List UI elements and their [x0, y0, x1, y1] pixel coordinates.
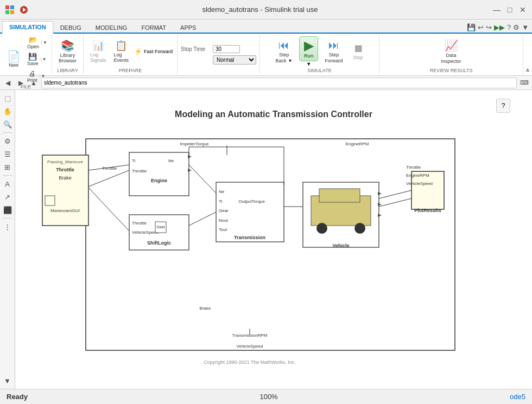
maximize-btn[interactable]: □	[505, 5, 515, 15]
svg-text:VehicleSpeed: VehicleSpeed	[406, 181, 433, 186]
data-inspector-btn[interactable]: 📈 Data Inspector	[438, 37, 465, 66]
ribbon-tabs: SIMULATION DEBUG MODELING FORMAT APPS 💾 …	[0, 20, 532, 34]
svg-text:Throttle: Throttle	[132, 221, 147, 226]
save-split-btn[interactable]: 💾 Save ▼	[25, 52, 48, 67]
svg-text:ManeuvarsGUI: ManeuvarsGUI	[50, 208, 80, 213]
window-controls: — □ ✕	[492, 5, 528, 15]
tab-simulation[interactable]: SIMULATION	[2, 21, 53, 34]
save-btn[interactable]: 💾 Save	[25, 52, 41, 67]
svg-rect-2	[5, 10, 9, 14]
keyboard-icon[interactable]: ⌨	[519, 78, 530, 88]
log-signals-btn[interactable]: 📊 LogSignals	[87, 38, 110, 65]
settings-icon[interactable]: ⚙	[513, 23, 520, 31]
file-group-items: 📄 New 📂 Open ▼ 💾 Save ▼	[3, 35, 48, 84]
stoptime-row: Stop Time	[181, 45, 256, 53]
signal-btn[interactable]: ↗	[2, 191, 14, 203]
breadcrumb: sldemo_autotrans	[41, 78, 517, 88]
svg-text:Engine: Engine	[151, 178, 167, 183]
save-icon: 💾	[28, 53, 37, 61]
open-btn[interactable]: 📂 Open	[25, 35, 41, 50]
new-button[interactable]: 📄 New	[3, 49, 24, 69]
svg-marker-58	[188, 169, 192, 172]
simulate-group: ⏮ Step Back ▼ ▶ Run ▼ ⏭ Step Forward	[260, 35, 379, 74]
svg-text:Gear: Gear	[219, 208, 229, 213]
svg-text:PlotResults: PlotResults	[414, 208, 441, 213]
open-dropdown[interactable]: ▼	[41, 40, 48, 45]
save-quick-icon[interactable]: 💾	[467, 23, 476, 31]
maneuvers-block[interactable]	[42, 155, 88, 226]
run-btn[interactable]: ▶ Run	[299, 36, 319, 61]
subsys-btn[interactable]: ⬛	[2, 204, 14, 216]
ribbon-expand[interactable]: ▲	[523, 35, 532, 74]
select-tool-btn[interactable]: ⬚	[2, 92, 14, 104]
fast-forward-btn[interactable]: ⚡ Fast Forward	[133, 47, 174, 56]
svg-text:Gear: Gear	[156, 225, 165, 229]
svg-text:Brake: Brake	[200, 306, 211, 311]
svg-marker-57	[188, 155, 192, 158]
run-dropdown[interactable]: ▼	[306, 61, 311, 67]
review-results-group: 📈 Data Inspector REVIEW RESULTS	[379, 35, 523, 74]
stop-btn[interactable]: ⏹ Stop	[350, 41, 367, 62]
mode-select[interactable]: Normal Accelerator Rapid Accelerator Ext…	[213, 55, 256, 65]
svg-text:Transmission: Transmission	[234, 235, 265, 240]
status-solver: ode5	[510, 393, 525, 401]
step-forward-btn[interactable]: ⏭ Step Forward	[321, 37, 346, 65]
tab-format[interactable]: FORMAT	[134, 22, 173, 34]
log-events-btn[interactable]: 📋 LogEvents	[111, 38, 132, 65]
more-icon[interactable]: ▼	[522, 23, 529, 31]
new-icon: 📄	[7, 51, 21, 62]
file-group: 📄 New 📂 Open ▼ 💾 Save ▼	[0, 35, 52, 74]
svg-marker-61	[378, 214, 382, 217]
svg-rect-1	[10, 5, 14, 9]
props-btn[interactable]: ☰	[2, 148, 14, 160]
svg-line-48	[189, 165, 216, 193]
svg-text:ShiftLogic: ShiftLogic	[147, 240, 171, 246]
text-btn[interactable]: A	[2, 178, 14, 190]
svg-text:EngineRPM: EngineRPM	[406, 173, 429, 178]
prepare-group-label: PREPARE	[119, 68, 142, 74]
undo-icon[interactable]: ↩	[478, 23, 484, 31]
svg-text:OutputTorque: OutputTorque	[239, 199, 265, 204]
nav-back-btn[interactable]: ◀	[2, 78, 13, 88]
svg-marker-59	[378, 192, 382, 195]
zoom-in-btn[interactable]: 🔍	[2, 118, 14, 130]
tab-debug[interactable]: DEBUG	[53, 22, 88, 34]
tab-modeling[interactable]: MODELING	[88, 22, 135, 34]
nav-up-btn[interactable]: ▲	[28, 78, 39, 88]
canvas-area[interactable]: Modeling an Automatic Transmission Contr…	[15, 90, 532, 389]
engine-block[interactable]	[129, 152, 189, 196]
svg-text:Copyright 1990-2021 The MathWo: Copyright 1990-2021 The MathWorks, Inc.	[204, 360, 295, 365]
svg-text:ImpellerTorque: ImpellerTorque	[180, 142, 209, 146]
svg-line-52	[379, 198, 411, 207]
run-quick-icon[interactable]: ▶▶	[494, 23, 505, 31]
print-icon: 🖨	[29, 69, 36, 78]
save-dropdown[interactable]: ▼	[41, 57, 48, 62]
minimize-btn[interactable]: —	[492, 5, 502, 15]
stoptime-input[interactable]	[213, 45, 240, 53]
ribbon: 📄 New 📂 Open ▼ 💾 Save ▼	[0, 34, 532, 76]
diagram-title: Modeling an Automatic Transmission Contr…	[15, 110, 532, 119]
toolbar-divider-2	[3, 175, 12, 176]
library-browser-btn[interactable]: 📚 Library Browser	[55, 37, 80, 65]
titlebar: sldemo_autotrans - Simulink trial use — …	[0, 0, 532, 20]
svg-rect-3	[10, 10, 14, 14]
more-tools-btn[interactable]: ⋮	[2, 221, 14, 233]
close-btn[interactable]: ✕	[518, 5, 528, 15]
diagram-help-btn[interactable]: ?	[496, 99, 510, 113]
status-zoom: 100%	[259, 393, 277, 401]
open-split-btn[interactable]: 📂 Open ▼	[25, 35, 48, 50]
redo-icon[interactable]: ↪	[486, 23, 492, 31]
tab-apps[interactable]: APPS	[173, 22, 203, 34]
collapse-panel-btn[interactable]: ▼	[2, 375, 14, 387]
layers-btn[interactable]: ⊞	[2, 161, 14, 173]
help-icon[interactable]: ?	[507, 23, 511, 31]
svg-text:Nout: Nout	[219, 218, 229, 223]
nav-forward-btn[interactable]: ▶	[15, 78, 26, 88]
library-icon: 📚	[61, 39, 74, 52]
run-container: ▶ Run ▼	[299, 36, 319, 67]
svg-text:Vehicle: Vehicle	[332, 243, 349, 248]
settings-left-btn[interactable]: ⚙	[2, 135, 14, 147]
svg-marker-60	[378, 203, 382, 206]
step-back-btn[interactable]: ⏮ Step Back ▼	[273, 37, 296, 65]
pan-tool-btn[interactable]: ✋	[2, 105, 14, 117]
